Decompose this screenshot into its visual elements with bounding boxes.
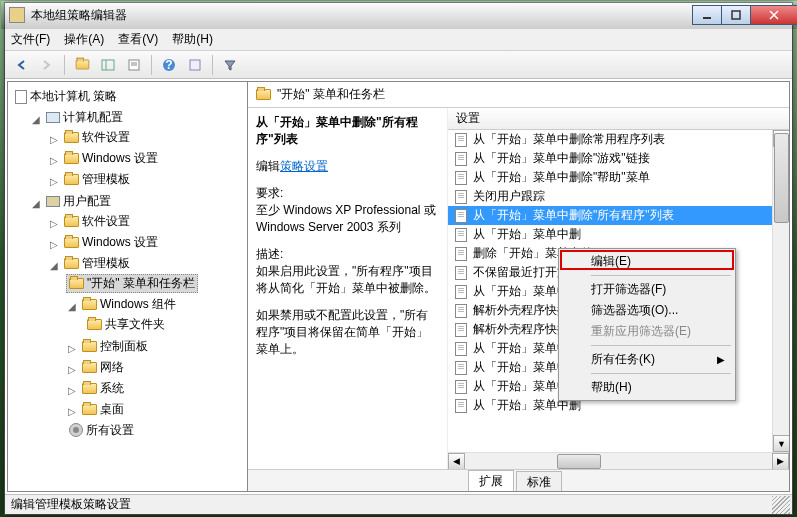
expander-icon[interactable]: ▷ [66,385,77,396]
expander-icon[interactable]: ▷ [48,239,59,250]
edit-policy-link[interactable]: 策略设置 [280,159,328,173]
minimize-button[interactable] [692,5,722,25]
list-row[interactable]: 从「开始」菜单中删除常用程序列表 [448,130,789,149]
tree-root[interactable]: 本地计算机 策略 [12,87,120,106]
up-button[interactable] [70,53,94,77]
list-row[interactable]: 关闭用户跟踪 [448,187,789,206]
tree-item[interactable]: 软件设置 [61,212,133,231]
expander-icon[interactable]: ◢ [66,301,77,312]
tree-label: 系统 [100,380,124,397]
setting-icon [454,228,468,242]
list-row[interactable]: 从「开始」菜单中删除"游戏"链接 [448,149,789,168]
properties-button[interactable] [122,53,146,77]
tree-admin-templates[interactable]: 管理模板 [61,254,133,273]
scroll-left-button[interactable]: ◀ [448,453,465,470]
list-row[interactable]: 从「开始」菜单中删除"所有程序"列表 [448,206,789,225]
content-title: "开始" 菜单和任务栏 [277,86,385,103]
setting-icon [454,266,468,280]
action-button[interactable] [183,53,207,77]
filter-button[interactable] [218,53,242,77]
vertical-scrollbar[interactable]: ▲ ▼ [772,130,789,452]
ctx-all-tasks[interactable]: 所有任务(K)▶ [561,349,733,370]
tree-pane[interactable]: 本地计算机 策略 ◢计算机配置 ▷软件设置 ▷Windows 设置 ▷管理模板 … [8,82,248,491]
tree-item[interactable]: 管理模板 [61,170,133,189]
description-pane: 从「开始」菜单中删除"所有程序"列表 编辑策略设置 要求: 至少 Windows… [248,108,448,469]
expander-icon[interactable]: ▷ [48,176,59,187]
scroll-thumb[interactable] [557,454,601,469]
setting-icon [454,133,468,147]
expander-icon[interactable]: ▷ [48,155,59,166]
tree-label: 管理模板 [82,255,130,272]
tree-item[interactable]: 共享文件夹 [84,315,168,334]
expander-icon[interactable]: ◢ [30,114,41,125]
window-title: 本地组策略编辑器 [31,7,693,24]
tree-item[interactable]: Windows 设置 [61,233,161,252]
tree-label: Windows 设置 [82,150,158,167]
tree-computer-config[interactable]: 计算机配置 [43,108,126,127]
ctx-filter-options[interactable]: 筛选器选项(O)... [561,300,733,321]
titlebar[interactable]: 本地组策略编辑器 [1,1,797,29]
requirements-label: 要求: [256,186,283,200]
expander-icon[interactable]: ▷ [48,218,59,229]
submenu-arrow-icon: ▶ [717,354,725,365]
selected-policy-title: 从「开始」菜单中删除"所有程序"列表 [256,114,439,148]
menu-help[interactable]: 帮助(H) [172,31,213,48]
expander-icon[interactable]: ▷ [48,134,59,145]
setting-icon [454,342,468,356]
list-row[interactable]: 从「开始」菜单中删除"帮助"菜单 [448,168,789,187]
svg-rect-1 [102,60,114,70]
tab-extended[interactable]: 扩展 [468,470,514,491]
horizontal-scrollbar[interactable]: ◀ ▶ [448,452,789,469]
ctx-open-filter[interactable]: 打开筛选器(F) [561,279,733,300]
tab-standard[interactable]: 标准 [516,471,562,491]
tree-item[interactable]: Windows 设置 [61,149,161,168]
scroll-down-button[interactable]: ▼ [773,435,789,452]
list-row[interactable]: 从「开始」菜单中删 [448,225,789,244]
statusbar: 编辑管理模板策略设置 [5,494,792,514]
expander-icon[interactable]: ▷ [66,343,77,354]
scroll-thumb[interactable] [774,133,789,223]
nav-forward-button[interactable] [35,53,59,77]
setting-icon [454,209,468,223]
ctx-edit[interactable]: 编辑(E) [561,251,733,272]
ctx-reapply-filter: 重新应用筛选器(E) [561,321,733,342]
list-item-label: 解析外壳程序快捷 [473,302,569,319]
svg-rect-8 [190,60,200,70]
menu-file[interactable]: 文件(F) [11,31,50,48]
expander-icon[interactable]: ◢ [30,198,41,209]
show-hide-tree-button[interactable] [96,53,120,77]
tree-label: 所有设置 [86,422,134,439]
expander-icon[interactable]: ▷ [66,406,77,417]
column-header-settings[interactable]: 设置 [448,108,789,130]
tree-item[interactable]: 网络 [79,358,127,377]
tree-item[interactable]: 桌面 [79,400,127,419]
maximize-button[interactable] [721,5,751,25]
help-button[interactable]: ? [157,53,181,77]
list-item-label: 关闭用户跟踪 [473,188,545,205]
tree-label: 软件设置 [82,213,130,230]
menu-action[interactable]: 操作(A) [64,31,104,48]
list-item-label: 从「开始」菜单中删除"所有程序"列表 [473,207,674,224]
tree-all-settings[interactable]: 所有设置 [66,421,137,440]
setting-icon [454,361,468,375]
setting-icon [454,285,468,299]
resize-grip[interactable] [772,496,790,514]
scroll-right-button[interactable]: ▶ [772,453,789,470]
menu-view[interactable]: 查看(V) [118,31,158,48]
context-menu: 编辑(E) 打开筛选器(F) 筛选器选项(O)... 重新应用筛选器(E) 所有… [558,248,736,401]
expander-icon[interactable]: ▷ [66,364,77,375]
setting-icon [454,190,468,204]
nav-back-button[interactable] [9,53,33,77]
tree-user-config[interactable]: 用户配置 [43,192,114,211]
tree-item[interactable]: 系统 [79,379,127,398]
tree-item[interactable]: 控制面板 [79,337,151,356]
setting-icon [454,247,468,261]
tree-item[interactable]: 软件设置 [61,128,133,147]
description-label: 描述: [256,247,283,261]
tree-item[interactable]: Windows 组件 [79,295,179,314]
close-button[interactable] [750,5,797,25]
tree-start-menu-taskbar[interactable]: "开始" 菜单和任务栏 [66,274,198,293]
list-item-label: 从「开始」菜单中删 [473,226,581,243]
ctx-help[interactable]: 帮助(H) [561,377,733,398]
expander-icon[interactable]: ◢ [48,260,59,271]
